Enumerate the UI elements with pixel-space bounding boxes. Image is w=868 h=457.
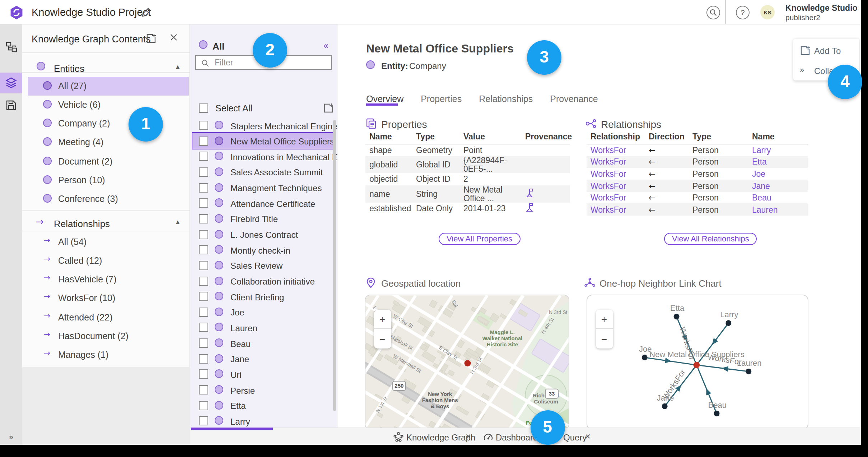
item-checkbox[interactable] [199,152,208,161]
relationship-type-item[interactable]: →Attended (22) [22,308,190,327]
relationship-type-item[interactable]: →HasVehicle (7) [22,270,190,289]
item-checkbox[interactable] [199,183,208,192]
graph-item[interactable]: Beau [190,336,337,351]
detail-tab-provenance[interactable]: Provenance [550,94,598,104]
graph-item[interactable]: Uri [190,367,337,382]
relationship-type-item[interactable]: →Manages (1) [22,346,190,365]
graph-item[interactable]: Montly check-in [190,242,337,258]
item-checkbox[interactable] [199,276,208,286]
user-block[interactable]: Knowledge Studio publisher2 [785,4,858,22]
graph-item[interactable]: Staplers Mechanical Engineering [190,118,337,133]
graph-item[interactable]: Etta [190,398,337,413]
item-checkbox[interactable] [199,214,208,223]
provenance-icon[interactable] [525,188,533,198]
map-entity-marker[interactable] [464,360,471,366]
relationship-link[interactable]: WorksFor [591,146,626,154]
layers-tool-button[interactable] [0,73,22,93]
item-checkbox[interactable] [199,230,208,239]
edit-title-icon[interactable] [141,6,152,18]
detail-tab-properties[interactable]: Properties [421,94,462,104]
chart-center-node[interactable] [693,362,700,368]
close-tab-icon[interactable]: ✕ [465,433,471,440]
item-checkbox[interactable] [199,199,208,208]
view-all-relationships-button[interactable]: View All Relationships [664,233,757,245]
graph-item[interactable]: Managment Techniques [190,180,337,195]
map-zoom-out-button[interactable]: − [374,329,391,348]
item-checkbox[interactable] [199,323,208,332]
close-panel-icon[interactable] [169,33,178,42]
chart-node[interactable] [745,369,751,374]
graph-item[interactable]: Sales Review [190,258,337,273]
related-entity-link[interactable]: Beau [752,193,771,202]
relationship-link[interactable]: WorksFor [591,206,626,214]
chart-node[interactable] [725,320,731,326]
item-checkbox[interactable] [199,354,208,364]
collapse-entities-icon[interactable]: ▲ [174,63,181,70]
relationships-section-header[interactable]: → Relationships ▲ [22,214,190,233]
chart-node[interactable] [641,355,647,360]
item-checkbox[interactable] [199,261,208,270]
relationship-type-item[interactable]: →HasDocument (2) [22,327,190,346]
expand-rail-button[interactable]: » [0,429,22,445]
item-checkbox[interactable] [199,370,208,379]
relationship-type-item[interactable]: →WorksFor (10) [22,289,190,308]
graph-item[interactable]: Innovations in Mechanical Engin... [190,149,337,165]
entity-type-item[interactable]: Conference (3) [22,190,190,209]
close-tab-icon[interactable]: ✕ [585,433,591,440]
item-checkbox[interactable] [199,401,208,410]
related-entity-link[interactable]: Joe [752,170,765,178]
graph-item[interactable]: Collaboration initiative [190,273,337,289]
relationship-link[interactable]: WorksFor [591,193,626,202]
collapse-list-panel-icon[interactable]: « [323,40,329,51]
add-to-button[interactable]: Add To [793,42,859,60]
select-all-checkbox[interactable] [199,103,208,112]
item-checkbox[interactable] [199,308,208,317]
link-chart-canvas[interactable]: EttaLarryJoeLaurenJaneBeauWorksForWorksF… [587,295,808,428]
graph-item[interactable]: Sales Associate Summit [190,165,337,180]
related-entity-link[interactable]: Etta [752,158,767,166]
graph-item[interactable]: Lauren [190,320,337,336]
item-checkbox[interactable] [199,245,208,254]
relationship-link[interactable]: WorksFor [591,158,626,166]
entity-type-item[interactable]: Person (10) [22,171,190,190]
item-checkbox[interactable] [199,121,208,130]
help-button[interactable]: ? [736,5,750,19]
entity-type-item[interactable]: All (27) [22,77,190,96]
entity-type-item[interactable]: Document (2) [22,152,190,171]
related-entity-link[interactable]: Lauren [752,206,778,214]
related-entity-link[interactable]: Jane [752,181,770,190]
save-tool-button[interactable] [0,95,22,116]
graph-item[interactable]: Attendance Certificate [190,196,337,211]
entities-section-header[interactable]: Entities ▲ [22,59,190,78]
graph-item[interactable]: Client Briefing [190,289,337,304]
provenance-icon[interactable] [525,203,533,212]
chart-zoom-out-button[interactable]: − [596,329,613,348]
item-checkbox[interactable] [199,136,208,146]
avatar[interactable]: KS [760,5,775,19]
graph-item[interactable]: Joe [190,305,337,320]
view-all-properties-button[interactable]: View All Properties [439,233,520,245]
graph-item[interactable]: Jane [190,351,337,367]
map-zoom-in-button[interactable]: + [374,310,391,329]
entity-type-item[interactable]: Meeting (4) [22,133,190,152]
entity-type-item[interactable]: Company (2) [22,114,190,133]
chart-node[interactable] [662,403,667,409]
graph-item[interactable]: Persie [190,382,337,398]
graph-item[interactable]: New Metal Office Suppliers [190,133,337,149]
item-checkbox[interactable] [199,167,208,177]
search-button[interactable] [706,5,720,19]
item-checkbox[interactable] [199,292,208,301]
chart-node[interactable] [713,411,719,416]
chart-node[interactable] [673,314,679,319]
relationship-type-item[interactable]: →Called (12) [22,251,190,271]
relationship-link[interactable]: WorksFor [591,181,626,190]
related-entity-link[interactable]: Larry [752,146,771,154]
relationship-link[interactable]: WorksFor [591,170,626,178]
add-selection-to-map-icon[interactable] [323,103,334,114]
entity-type-item[interactable]: Vehicle (6) [22,96,190,115]
type-filter-label[interactable]: All [213,41,224,52]
detail-tab-overview[interactable]: Overview [366,94,403,104]
list-scrollbar[interactable] [333,120,336,411]
collapse-relationships-icon[interactable]: ▲ [174,218,181,226]
chart-zoom-in-button[interactable]: + [596,310,613,329]
